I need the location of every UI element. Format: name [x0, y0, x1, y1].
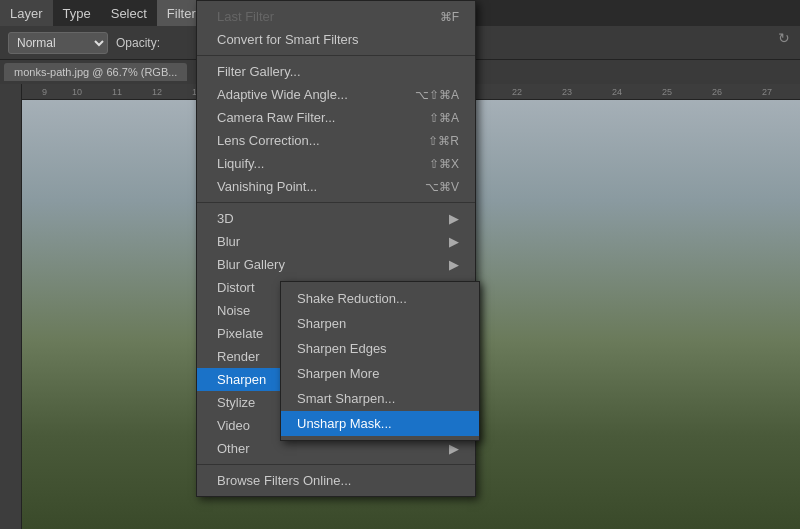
menu-convert-smart-filters[interactable]: Convert for Smart Filters	[197, 28, 475, 51]
menu-blur-gallery[interactable]: Blur Gallery ▶	[197, 253, 475, 276]
document-tab[interactable]: monks-path.jpg @ 66.7% (RGB...	[4, 63, 187, 81]
filter-section-4: Browse Filters Online...	[197, 465, 475, 496]
menu-blur[interactable]: Blur ▶	[197, 230, 475, 253]
menu-item-type[interactable]: Type	[53, 0, 101, 26]
submenu-sharpen[interactable]: Sharpen	[281, 311, 479, 336]
submenu-shake-reduction[interactable]: Shake Reduction...	[281, 286, 479, 311]
submenu-sharpen-more[interactable]: Sharpen More	[281, 361, 479, 386]
menu-item-layer[interactable]: Layer	[0, 0, 53, 26]
menu-camera-raw-filter[interactable]: Camera Raw Filter... ⇧⌘A	[197, 106, 475, 129]
sharpen-submenu: Shake Reduction... Sharpen Sharpen Edges…	[280, 281, 480, 441]
menu-item-select[interactable]: Select	[101, 0, 157, 26]
submenu-sharpen-edges[interactable]: Sharpen Edges	[281, 336, 479, 361]
menu-adaptive-wide-angle[interactable]: Adaptive Wide Angle... ⌥⇧⌘A	[197, 83, 475, 106]
menu-3d[interactable]: 3D ▶	[197, 207, 475, 230]
refresh-icon[interactable]: ↻	[778, 30, 790, 46]
menu-liquify[interactable]: Liquify... ⇧⌘X	[197, 152, 475, 175]
menu-browse-filters-online[interactable]: Browse Filters Online...	[197, 469, 475, 492]
opacity-label: Opacity:	[116, 36, 160, 50]
submenu-smart-sharpen[interactable]: Smart Sharpen...	[281, 386, 479, 411]
blend-mode-select[interactable]: Normal Dissolve Multiply	[8, 32, 108, 54]
menu-vanishing-point[interactable]: Vanishing Point... ⌥⌘V	[197, 175, 475, 198]
ruler-vertical	[0, 84, 22, 529]
filter-section-1: Last Filter ⌘F Convert for Smart Filters	[197, 1, 475, 56]
menu-last-filter[interactable]: Last Filter ⌘F	[197, 5, 475, 28]
menu-lens-correction[interactable]: Lens Correction... ⇧⌘R	[197, 129, 475, 152]
filter-section-2: Filter Gallery... Adaptive Wide Angle...…	[197, 56, 475, 203]
menu-filter-gallery[interactable]: Filter Gallery...	[197, 60, 475, 83]
submenu-unsharp-mask[interactable]: Unsharp Mask...	[281, 411, 479, 436]
